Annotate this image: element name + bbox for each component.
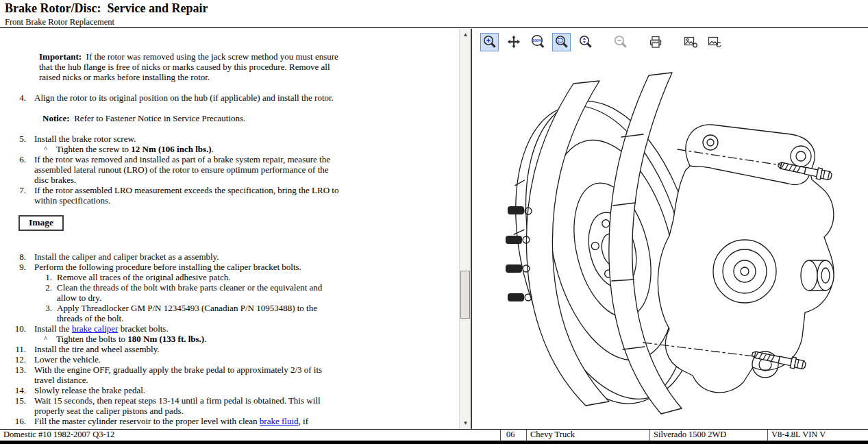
step-11: 11. Install the tire and wheel assembly.	[0, 344, 459, 354]
scroll-up-button[interactable]: ▲	[460, 29, 471, 40]
step-text-post: bracket bolts.	[118, 323, 168, 334]
page-subtitle: Front Brake Rotor Replacement	[5, 17, 114, 27]
step-number: 4.	[0, 92, 34, 103]
step-number: 12.	[0, 354, 34, 365]
zoom-window-button[interactable]	[552, 33, 571, 51]
zoom-100-icon: 100%	[530, 34, 545, 49]
scrollbar-thumb[interactable]	[460, 271, 470, 319]
step-text: If the rotor assembled LRO measurement e…	[34, 185, 344, 206]
brake-assembly-drawing	[472, 55, 868, 429]
step-7: 7. If the rotor assembled LRO measuremen…	[0, 185, 459, 206]
substep-number: 2.	[0, 282, 57, 303]
export-image-button[interactable]	[681, 33, 699, 51]
step-text: Install the brake rotor screw.	[34, 134, 344, 144]
document-content: Important: If the rotor was removed usin…	[0, 29, 459, 429]
pan-icon	[506, 34, 521, 49]
image-toolbar: 100%	[472, 29, 868, 55]
zoom-window-icon	[554, 34, 569, 49]
step-text: Install the caliper and caliper bracket …	[34, 251, 344, 262]
important-paragraph: Important: If the rotor was removed usin…	[39, 51, 351, 82]
image-button[interactable]: Image	[18, 215, 64, 231]
brake-assembly-diagram[interactable]	[472, 55, 868, 429]
torque-pre: Tighten the bolts to	[56, 334, 127, 344]
important-label: Important:	[39, 51, 82, 62]
substep-text: Clean the threads of the bolt with brake…	[57, 282, 343, 303]
bottom-strip	[0, 441, 868, 444]
step-10: 10. Install the brake caliper bracket bo…	[0, 323, 459, 334]
brake-fluid-link[interactable]: brake fluid	[260, 416, 299, 426]
step-number: 13.	[0, 365, 34, 385]
step-16: 16. Fill the master cylinder reservoir t…	[0, 416, 459, 426]
step-6: 6. If the rotor was removed and installe…	[0, 154, 459, 185]
torque-text: Tighten the screw to 12 Nm (106 inch lbs…	[56, 144, 351, 154]
image-pane: 100%	[472, 29, 868, 429]
app-window: Brake Rotor/Disc: Service and Repair Fro…	[0, 0, 868, 444]
substep-text: Remove all traces of the original adhesi…	[57, 272, 343, 282]
export-image-icon	[683, 34, 698, 49]
print-icon	[648, 34, 663, 49]
notice-text: Refer to Fastener Notice in Service Prec…	[70, 113, 246, 123]
torque-value: 12 Nm (106 inch lbs.)	[131, 144, 211, 154]
step-text-post: , if	[299, 416, 308, 426]
scroll-down-button[interactable]: ▼	[460, 417, 471, 429]
step-15: 15. Wait 15 seconds, then repeat steps 1…	[0, 395, 459, 416]
pan-button[interactable]	[504, 33, 523, 51]
torque-post: .	[204, 334, 206, 344]
status-year: 06	[501, 430, 527, 441]
step-number: 6.	[0, 154, 34, 185]
zoom-dynamic-button[interactable]	[576, 33, 595, 51]
step-text: Install the brake caliper bracket bolts.	[34, 323, 344, 334]
step-9-1: 1. Remove all traces of the original adh…	[0, 272, 459, 282]
status-make: Chevy Truck	[527, 430, 650, 441]
status-engine: V8-4.8L VIN V	[768, 430, 868, 441]
step-number: 5.	[0, 134, 34, 144]
torque-post: .	[212, 144, 214, 154]
step-14: 14. Slowly release the brake pedal.	[0, 385, 459, 395]
step-text: Perform the following procedure before i…	[34, 262, 344, 272]
vertical-scrollbar[interactable]: ▲ ▼	[459, 29, 471, 429]
step-number: 8.	[0, 251, 34, 262]
notice-paragraph: Notice: Refer to Fastener Notice in Serv…	[42, 113, 354, 123]
substep-number: 3.	[0, 303, 57, 323]
step-text: With the engine OFF, gradually apply the…	[34, 365, 344, 385]
step-text: Wait 15 seconds, then repeat steps 13-14…	[34, 395, 344, 416]
zoom-in-button[interactable]	[480, 33, 499, 51]
step-text-pre: Install the	[34, 323, 72, 334]
notice-label: Notice:	[42, 113, 70, 123]
substep-text: Apply Threadlocker GM P/N 12345493 (Cana…	[57, 303, 343, 323]
step-text: Slowly release the brake pedal.	[34, 385, 344, 395]
step-5: 5. Install the brake rotor screw.	[0, 134, 459, 144]
status-model: Silverado 1500 2WD	[650, 430, 768, 441]
step-number: 9.	[0, 262, 34, 272]
step-number: 7.	[0, 185, 34, 206]
document-pane: Important: If the rotor was removed usin…	[0, 29, 471, 429]
zoom-out-icon	[613, 34, 628, 49]
step-number: 11.	[0, 344, 34, 354]
step-9-2: 2. Clean the threads of the bolt with br…	[0, 282, 459, 303]
step-13: 13. With the engine OFF, gradually apply…	[0, 365, 459, 385]
step-10-torque: ^ Tighten the bolts to 180 Nm (133 ft. l…	[0, 334, 459, 344]
header: Brake Rotor/Disc: Service and Repair Fro…	[0, 0, 868, 28]
status-database: Domestic #10 1982-2007 Q3-12	[0, 430, 501, 441]
step-number: 14.	[0, 385, 34, 395]
zoom-out-button[interactable]	[611, 33, 630, 51]
step-9: 9. Perform the following procedure befor…	[0, 262, 459, 272]
step-text: Fill the master cylinder reservoir to th…	[34, 416, 344, 426]
step-text: If the rotor was removed and installed a…	[34, 154, 344, 185]
refresh-image-icon	[707, 34, 722, 49]
step-text: Lower the vehicle.	[34, 354, 344, 365]
status-bar: Domestic #10 1982-2007 Q3-12 06 Chevy Tr…	[0, 429, 868, 441]
substep-number: 1.	[0, 272, 57, 282]
zoom-100-button[interactable]: 100%	[528, 33, 547, 51]
brake-caliper-link[interactable]: brake caliper	[72, 323, 118, 334]
zoom-in-icon	[482, 34, 497, 49]
svg-text:100%: 100%	[532, 38, 541, 42]
refresh-image-button[interactable]	[705, 33, 723, 51]
step-text-pre: Fill the master cylinder reservoir to th…	[34, 416, 260, 426]
step-number: 16.	[0, 416, 34, 426]
step-5-torque: ^ Tighten the screw to 12 Nm (106 inch l…	[0, 144, 459, 154]
print-button[interactable]	[646, 33, 665, 51]
torque-value: 180 Nm (133 ft. lbs.)	[127, 334, 204, 344]
step-number: 15.	[0, 395, 34, 416]
step-text: Align the rotor to its original position…	[34, 92, 344, 103]
